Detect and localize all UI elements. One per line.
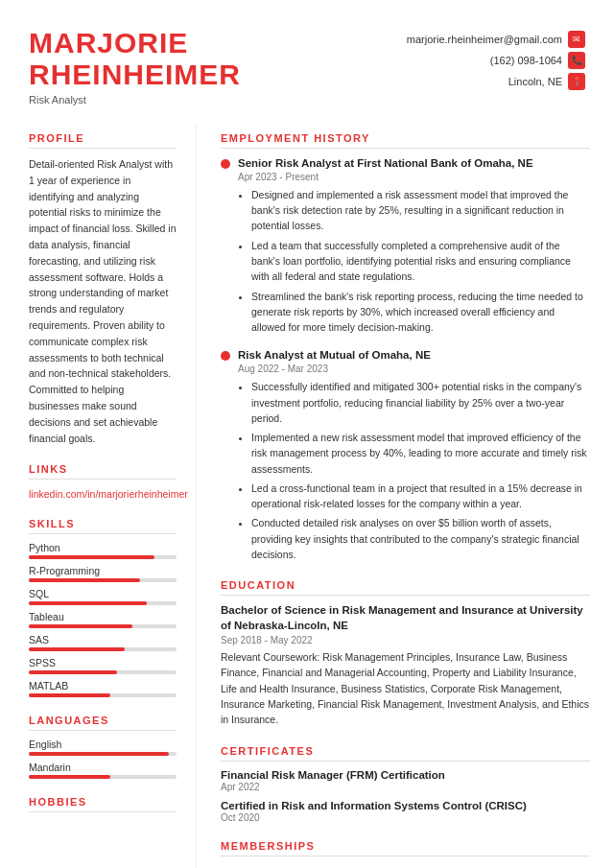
left-column: PROFILE Detail-oriented Risk Analyst wit… — [0, 123, 197, 868]
skill-bar-fill — [29, 693, 110, 697]
header-left: MARJORIE RHEINHEIMER Risk Analyst — [29, 27, 241, 106]
skill-name: MATLAB — [29, 680, 177, 692]
skills-list: Python R-Programming SQL Tableau SAS — [29, 542, 177, 697]
skill-bar-bg — [29, 578, 177, 582]
skill-bar-fill — [29, 670, 117, 674]
links-title: LINKS — [29, 463, 177, 480]
skill-item: SPSS — [29, 657, 177, 674]
skill-item: R-Programming — [29, 565, 177, 582]
certs-list: Financial Risk Manager (FRM) Certificati… — [221, 769, 590, 823]
job-dates: Aug 2022 - Mar 2023 — [238, 364, 590, 374]
job-header: Risk Analyst at Mutual of Omaha, NE — [221, 348, 590, 363]
language-bar-fill — [29, 752, 169, 756]
phone-icon: 📞 — [568, 52, 585, 69]
bullet-item: Streamlined the bank's risk reporting pr… — [251, 289, 590, 336]
job-dates: Apr 2023 - Present — [238, 172, 590, 182]
body: PROFILE Detail-oriented Risk Analyst wit… — [0, 123, 614, 868]
profile-section: PROFILE Detail-oriented Risk Analyst wit… — [29, 132, 177, 446]
skills-title: SKILLS — [29, 518, 177, 534]
skill-bar-bg — [29, 670, 177, 674]
languages-section: LANGUAGES English Mandarin — [29, 715, 177, 779]
phone-text: (162) 098-1064 — [490, 55, 562, 66]
education-section: EDUCATION Bachelor of Science in Risk Ma… — [221, 579, 590, 727]
cert-name: Certified in Risk and Information System… — [221, 800, 590, 811]
skill-name: R-Programming — [29, 565, 177, 576]
skill-name: Tableau — [29, 611, 177, 622]
job-title: Risk Analyst — [29, 94, 241, 106]
language-bar-bg — [29, 775, 177, 779]
skill-bar-bg — [29, 647, 177, 651]
job-title-text: Senior Risk Analyst at First National Ba… — [238, 156, 533, 171]
skill-bar-bg — [29, 555, 177, 559]
languages-title: LANGUAGES — [29, 715, 177, 731]
skill-name: Python — [29, 542, 177, 553]
employment-section: EMPLOYMENT HISTORY Senior Risk Analyst a… — [221, 132, 590, 562]
phone-contact: (162) 098-1064 📞 — [490, 52, 585, 69]
skill-bar-fill — [29, 555, 154, 559]
location-contact: Lincoln, NE 📍 — [508, 73, 585, 90]
skill-bar-fill — [29, 578, 140, 582]
job-item: Senior Risk Analyst at First National Ba… — [221, 156, 590, 335]
skill-item: SQL — [29, 588, 177, 605]
cert-date: Apr 2022 — [221, 782, 590, 792]
skill-bar-fill — [29, 624, 132, 628]
certificates-section: CERTIFICATES Financial Risk Manager (FRM… — [221, 745, 590, 823]
bullet-item: Successfully identified and mitigated 30… — [251, 379, 590, 426]
skills-section: SKILLS Python R-Programming SQL Tableau … — [29, 518, 177, 697]
memberships-title: MEMBERSHIPS — [221, 840, 590, 856]
resume: MARJORIE RHEINHEIMER Risk Analyst marjor… — [0, 0, 614, 868]
bullet-item: Led a cross-functional team in a project… — [251, 481, 590, 512]
cert-name: Financial Risk Manager (FRM) Certificati… — [221, 769, 590, 781]
bullet-item: Conducted detailed risk analyses on over… — [251, 515, 590, 562]
language-item: English — [29, 739, 177, 756]
certificate-item: Certified in Risk and Information System… — [221, 800, 590, 823]
skill-item: Tableau — [29, 611, 177, 628]
header: MARJORIE RHEINHEIMER Risk Analyst marjor… — [0, 0, 614, 123]
skill-bar-fill — [29, 647, 125, 651]
skill-item: Python — [29, 542, 177, 559]
header-right: marjorie.rheinheimer@gmail.com ✉ (162) 0… — [407, 31, 585, 90]
profile-text: Detail-oriented Risk Analyst with 1 year… — [29, 156, 177, 446]
edu-coursework: Relevant Coursework: Risk Management Pri… — [221, 649, 590, 727]
job-bullets: Successfully identified and mitigated 30… — [238, 379, 590, 562]
skill-bar-bg — [29, 693, 177, 697]
skill-name: SPSS — [29, 657, 177, 669]
bullet-item: Designed and implemented a risk assessme… — [251, 187, 590, 234]
language-name: English — [29, 739, 177, 750]
job-dot — [221, 351, 230, 361]
job-dot — [221, 159, 230, 169]
skill-item: MATLAB — [29, 680, 177, 697]
first-name: MARJORIE — [29, 27, 241, 59]
language-bar-bg — [29, 752, 177, 756]
last-name: RHEINHEIMER — [29, 59, 241, 90]
email-text: marjorie.rheinheimer@gmail.com — [407, 34, 562, 45]
memberships-section: MEMBERSHIPS — [221, 840, 590, 856]
jobs-list: Senior Risk Analyst at First National Ba… — [221, 156, 590, 562]
skill-bar-fill — [29, 601, 147, 605]
profile-title: PROFILE — [29, 132, 177, 149]
edu-degree: Bachelor of Science in Risk Management a… — [221, 603, 590, 633]
languages-list: English Mandarin — [29, 739, 177, 779]
language-name: Mandarin — [29, 762, 177, 773]
skill-bar-bg — [29, 601, 177, 605]
links-section: LINKS linkedin.com/in/marjorierheinheime… — [29, 463, 177, 501]
skill-name: SQL — [29, 588, 177, 599]
employment-title: EMPLOYMENT HISTORY — [221, 132, 590, 149]
language-bar-fill — [29, 775, 110, 779]
email-contact: marjorie.rheinheimer@gmail.com ✉ — [407, 31, 585, 48]
job-item: Risk Analyst at Mutual of Omaha, NE Aug … — [221, 348, 590, 562]
location-icon: 📍 — [568, 73, 585, 90]
job-bullets: Designed and implemented a risk assessme… — [238, 187, 590, 335]
skill-item: SAS — [29, 634, 177, 651]
skill-name: SAS — [29, 634, 177, 645]
certificates-title: CERTIFICATES — [221, 745, 590, 762]
email-icon: ✉ — [568, 31, 585, 48]
hobbies-section: HOBBIES — [29, 796, 177, 812]
certificate-item: Financial Risk Manager (FRM) Certificati… — [221, 769, 590, 792]
job-title-text: Risk Analyst at Mutual of Omaha, NE — [238, 348, 431, 363]
language-item: Mandarin — [29, 762, 177, 779]
cert-date: Oct 2020 — [221, 812, 590, 823]
skill-bar-bg — [29, 624, 177, 628]
linkedin-link[interactable]: linkedin.com/in/marjorierheinheimer — [29, 488, 188, 500]
hobbies-title: HOBBIES — [29, 796, 177, 812]
